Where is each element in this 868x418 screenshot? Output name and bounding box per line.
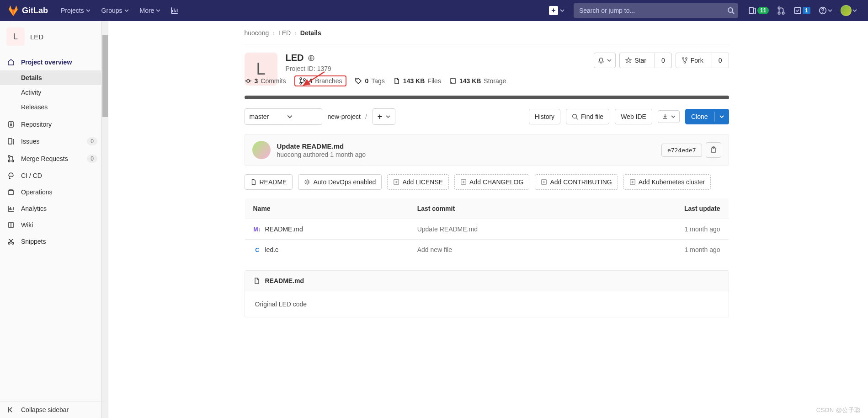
mrs-count: 0 (87, 155, 97, 163)
avatar (841, 5, 852, 16)
svg-point-15 (12, 242, 14, 244)
help-icon (819, 6, 827, 15)
svg-point-26 (451, 82, 452, 83)
path-root[interactable]: new-project (328, 113, 361, 120)
copy-sha-button[interactable] (706, 142, 721, 158)
sidebar-item-operations[interactable]: Operations (0, 184, 105, 200)
stat-storage[interactable]: 143 KBStorage (449, 77, 506, 85)
add-k8s-button[interactable]: Add Kubernetes cluster (623, 174, 711, 190)
sidebar-project-header[interactable]: L LED (0, 21, 105, 52)
plus-icon: + (378, 113, 383, 121)
chevron-down-icon (156, 8, 160, 13)
clone-button[interactable]: Clone (685, 109, 729, 124)
plus-square-icon (460, 179, 467, 185)
fork-icon (682, 57, 688, 64)
rocket-icon (7, 172, 15, 179)
file-last-commit[interactable]: Update README.md (409, 219, 599, 240)
svg-point-3 (778, 12, 781, 14)
branch-select[interactable]: master (245, 108, 322, 125)
merge-requests-shortcut[interactable] (773, 0, 789, 21)
crumb-current: Details (300, 29, 321, 37)
commit-age: 1 month ago (330, 151, 366, 158)
notifications-dropdown[interactable] (594, 53, 616, 68)
add-contributing-button[interactable]: Add CONTRIBUTING (535, 174, 618, 190)
new-menu[interactable]: + (545, 3, 568, 18)
nav-right: 11 1 (745, 0, 861, 21)
sidebar-item-repository[interactable]: Repository (0, 116, 105, 133)
th-name: Name (245, 198, 409, 219)
issues-count-badge: 11 (757, 7, 769, 14)
svg-rect-13 (8, 191, 14, 194)
home-icon (7, 59, 15, 66)
stat-commits[interactable]: 3Commits (245, 77, 286, 85)
table-header-row: Name Last commit Last update (245, 198, 729, 219)
search-icon[interactable] (727, 7, 735, 14)
chevron-down-icon (124, 8, 129, 13)
sidebar-sub-details[interactable]: Details (0, 70, 105, 85)
autodevops-button[interactable]: Auto DevOps enabled (298, 174, 382, 190)
project-buttons: README Auto DevOps enabled Add LICENSE A… (245, 174, 729, 190)
sidebar-item-wiki[interactable]: Wiki (0, 217, 105, 233)
chart-icon (7, 205, 15, 212)
help-menu[interactable] (815, 0, 836, 21)
user-menu[interactable] (837, 0, 861, 21)
issues-shortcut[interactable]: 11 (745, 0, 772, 21)
sidebar-sub-activity[interactable]: Activity (0, 85, 105, 100)
svg-point-11 (8, 160, 10, 162)
file-last-commit[interactable]: Add new file (409, 240, 599, 260)
svg-point-18 (685, 58, 687, 59)
file-name[interactable]: led.c (265, 246, 279, 253)
chevron-down-icon (386, 114, 390, 119)
readme-button[interactable]: README (245, 174, 293, 190)
sidebar-sub-releases[interactable]: Releases (0, 100, 105, 114)
svg-point-12 (12, 160, 14, 162)
page-title: LED (286, 53, 304, 63)
sidebar-item-analytics[interactable]: Analytics (0, 200, 105, 217)
collapse-icon (7, 406, 15, 413)
crumb-project[interactable]: LED (278, 29, 291, 37)
svg-point-24 (357, 79, 357, 80)
sidebar-item-cicd[interactable]: CI / CD (0, 167, 105, 184)
sidebar-item-snippets[interactable]: Snippets (0, 233, 105, 250)
file-name[interactable]: README.md (265, 225, 303, 233)
stat-files[interactable]: 143 KBFiles (393, 77, 441, 85)
chevron-right-icon: › (272, 29, 275, 37)
table-row[interactable]: M↓README.mdUpdate README.md1 month ago (245, 219, 729, 240)
web-ide-button[interactable]: Web IDE (615, 109, 652, 124)
stat-tags[interactable]: 0Tags (355, 77, 384, 85)
todos-shortcut[interactable]: 1 (790, 0, 814, 21)
download-button[interactable] (658, 110, 680, 123)
sidebar-item-issues[interactable]: Issues 0 (0, 133, 105, 150)
svg-point-30 (306, 181, 309, 183)
nav-groups[interactable]: Groups (97, 0, 133, 21)
search-input[interactable] (574, 3, 738, 18)
commit-sha[interactable]: e724ede7 (661, 144, 702, 157)
crumb-root[interactable]: huocong (245, 29, 269, 37)
sidebar-item-merge-requests[interactable]: Merge Requests 0 (0, 150, 105, 167)
add-license-button[interactable]: Add LICENSE (387, 174, 449, 190)
plus-square-icon (393, 179, 399, 185)
find-file-button[interactable]: Find file (566, 109, 609, 124)
th-last-update: Last update (599, 198, 729, 219)
sidebar-item-overview[interactable]: Project overview (0, 54, 105, 70)
svg-point-14 (8, 242, 10, 244)
brand-text: GitLab (22, 6, 48, 16)
nav-more[interactable]: More (135, 0, 165, 21)
table-row[interactable]: Cled.cAdd new file1 month ago (245, 240, 729, 260)
commit-message[interactable]: Update README.md (277, 142, 366, 150)
nav-projects[interactable]: Projects (56, 0, 95, 21)
star-button[interactable]: Star 0 (619, 53, 671, 68)
th-last-commit: Last commit (409, 198, 599, 219)
nav-activity-icon[interactable] (167, 0, 182, 21)
brand-group[interactable]: GitLab (7, 5, 48, 16)
tag-icon (355, 77, 362, 85)
project-name: LED (30, 33, 43, 41)
add-changelog-button[interactable]: Add CHANGELOG (454, 174, 529, 190)
add-to-tree[interactable]: + (373, 108, 396, 125)
language-bar (245, 96, 729, 99)
commit-author[interactable]: huocong (277, 151, 302, 158)
fork-button[interactable]: Fork 0 (676, 53, 729, 68)
sidebar-collapse[interactable]: Collapse sidebar (0, 401, 105, 418)
tree-controls: master new-project / + History Find file (245, 108, 729, 125)
history-button[interactable]: History (529, 109, 561, 124)
